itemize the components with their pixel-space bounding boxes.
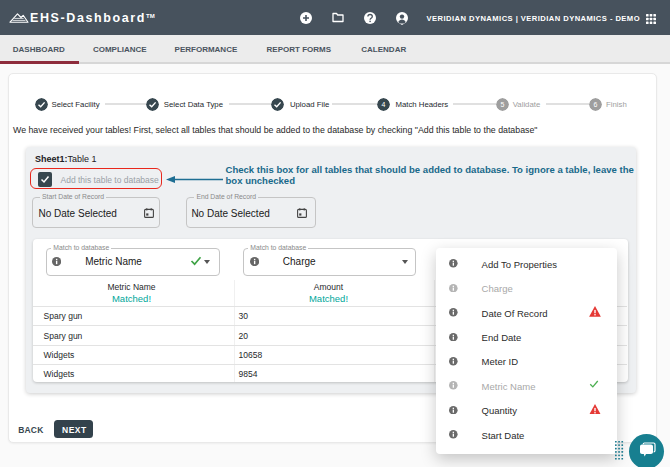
- svg-text:5: 5: [500, 101, 504, 108]
- svg-text:4: 4: [382, 101, 386, 108]
- svg-text:6: 6: [593, 101, 597, 108]
